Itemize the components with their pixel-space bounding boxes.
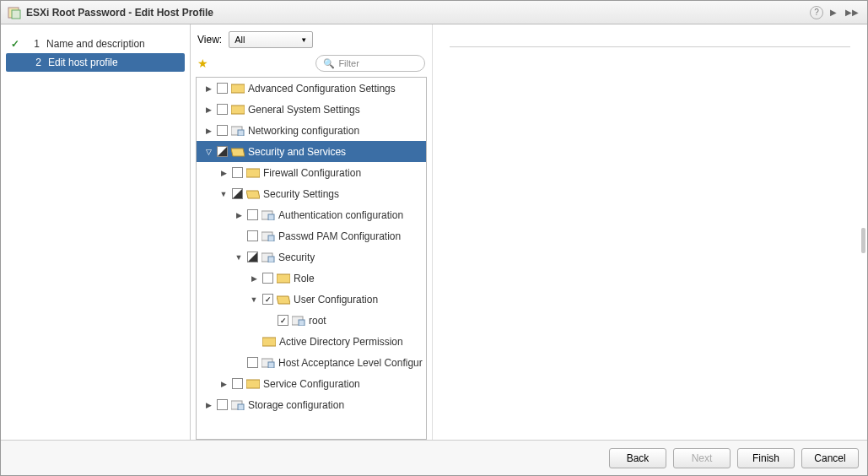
- tree-node-role[interactable]: ▶ Role: [197, 268, 426, 289]
- expand-toggle[interactable]: ▶: [218, 169, 229, 177]
- expand-toggle[interactable]: ▶: [249, 274, 259, 283]
- favorite-icon[interactable]: ★: [197, 57, 208, 70]
- folder-icon: [262, 336, 276, 347]
- expand-toggle[interactable]: ▶: [203, 401, 213, 409]
- checkbox[interactable]: [217, 146, 228, 157]
- tree-node-auth-config[interactable]: ▶ Authentication configuration: [197, 204, 426, 225]
- filter-row: ★ 🔍 Filter: [191, 53, 432, 77]
- collapse-toggle[interactable]: ▼: [234, 253, 244, 262]
- scrollbar-thumb[interactable]: [861, 228, 865, 253]
- svg-rect-7: [246, 169, 260, 177]
- folder-icon: [277, 273, 290, 284]
- tree-node-firewall[interactable]: ▶ Firewall Configuration: [197, 162, 426, 183]
- view-dropdown[interactable]: All ▼: [229, 31, 313, 48]
- folder-icon: [231, 104, 245, 115]
- edit-host-profile-dialog: ESXi Root Password - Edit Host Profile ?…: [0, 0, 868, 476]
- svg-rect-15: [277, 274, 290, 283]
- checkbox[interactable]: [247, 209, 258, 220]
- checkbox[interactable]: [232, 188, 243, 199]
- tree-panel: View: All ▼ ★ 🔍 Filter ▶ A: [190, 24, 433, 440]
- svg-rect-19: [262, 338, 276, 346]
- svg-marker-6: [231, 149, 245, 156]
- view-row: View: All ▼: [191, 31, 432, 53]
- checkbox[interactable]: [247, 357, 258, 368]
- expand-toggle[interactable]: ▶: [203, 84, 213, 93]
- checkbox[interactable]: [232, 167, 243, 178]
- svg-rect-18: [299, 320, 305, 326]
- checkbox[interactable]: [247, 252, 258, 262]
- tree-node-root[interactable]: root: [197, 310, 426, 331]
- checkbox[interactable]: [262, 294, 273, 305]
- tree-node-storage[interactable]: ▶ Storage configuration: [197, 394, 426, 415]
- svg-rect-2: [231, 84, 245, 93]
- collapse-icon[interactable]: ▶: [828, 8, 838, 17]
- tree-node-security-services[interactable]: ▽ Security and Services: [197, 141, 426, 162]
- expand-toggle[interactable]: ▶: [234, 211, 244, 219]
- tree-node-advanced-config[interactable]: ▶ Advanced Configuration Settings: [197, 78, 426, 99]
- folder-open-icon: [231, 146, 245, 157]
- cancel-button[interactable]: Cancel: [801, 448, 859, 468]
- tree-node-host-acceptance[interactable]: Host Acceptance Level Configur: [197, 352, 426, 373]
- profile-folder-icon: [261, 209, 275, 220]
- tree-node-passwd-pam[interactable]: Passwd PAM Configuration: [197, 225, 426, 246]
- dialog-title: ESXi Root Password - Edit Host Profile: [26, 7, 213, 19]
- host-profile-icon: [8, 6, 21, 19]
- svg-rect-21: [268, 362, 274, 368]
- checkmark-icon: ✓: [11, 38, 23, 50]
- checkbox[interactable]: [217, 125, 228, 136]
- step-edit-host-profile[interactable]: 2 Edit host profile: [6, 53, 185, 72]
- svg-rect-12: [268, 235, 274, 241]
- dialog-footer: Back Next Finish Cancel: [1, 440, 867, 475]
- svg-rect-5: [238, 130, 244, 136]
- expand-toggle[interactable]: ▶: [203, 105, 213, 114]
- tree-node-security-settings[interactable]: ▼ Security Settings: [197, 183, 426, 204]
- expand-toggle[interactable]: ▶: [203, 127, 213, 135]
- checkbox[interactable]: [262, 273, 273, 284]
- folder-open-icon: [246, 188, 260, 199]
- help-icon[interactable]: ?: [810, 6, 823, 19]
- svg-rect-3: [231, 105, 245, 114]
- profile-folder-icon: [261, 252, 275, 262]
- checkbox[interactable]: [217, 83, 228, 94]
- next-button: Next: [673, 448, 731, 468]
- tree-node-general-system[interactable]: ▶ General System Settings: [197, 99, 426, 120]
- svg-rect-22: [246, 380, 260, 388]
- step-name-description[interactable]: ✓ 1 Name and description: [1, 35, 190, 53]
- chevron-down-icon: ▼: [300, 36, 307, 44]
- step-label: Edit host profile: [48, 57, 118, 68]
- collapse-toggle[interactable]: ▼: [218, 190, 229, 198]
- tree-node-networking[interactable]: ▶ Networking configuration: [197, 120, 426, 141]
- dialog-body: ✓ 1 Name and description 2 Edit host pro…: [1, 24, 867, 440]
- profile-tree: ▶ Advanced Configuration Settings ▶ Gene…: [196, 77, 427, 440]
- tree-node-user-config[interactable]: ▼ User Configuration: [197, 289, 426, 310]
- expand-toggle[interactable]: ▶: [218, 380, 229, 388]
- filter-input[interactable]: 🔍 Filter: [315, 55, 424, 72]
- back-button[interactable]: Back: [609, 448, 666, 468]
- profile-folder-icon: [231, 399, 245, 410]
- folder-open-icon: [277, 294, 290, 305]
- checkbox[interactable]: [232, 378, 243, 389]
- svg-rect-14: [268, 257, 274, 262]
- tree-node-service-config[interactable]: ▶ Service Configuration: [197, 373, 426, 394]
- svg-marker-16: [277, 296, 290, 304]
- tree-node-security[interactable]: ▼ Security: [197, 246, 426, 268]
- collapse-toggle[interactable]: ▼: [249, 295, 259, 304]
- checkbox[interactable]: [278, 315, 288, 326]
- checkbox[interactable]: [217, 104, 228, 115]
- svg-rect-1: [12, 10, 20, 19]
- folder-icon: [246, 378, 260, 389]
- tree-node-ad-permission[interactable]: Active Directory Permission: [197, 331, 426, 352]
- expand-icon[interactable]: ▶▶: [844, 8, 860, 17]
- checkbox[interactable]: [217, 399, 228, 410]
- divider: [450, 46, 850, 47]
- svg-rect-10: [268, 214, 274, 220]
- collapse-toggle[interactable]: ▽: [203, 148, 213, 156]
- folder-icon: [246, 167, 260, 178]
- detail-panel: [433, 24, 867, 440]
- profile-folder-icon: [261, 357, 275, 368]
- svg-rect-24: [238, 404, 244, 410]
- finish-button[interactable]: Finish: [737, 448, 795, 468]
- checkbox[interactable]: [247, 230, 258, 241]
- profile-folder-icon: [231, 125, 245, 136]
- profile-folder-icon: [261, 230, 275, 241]
